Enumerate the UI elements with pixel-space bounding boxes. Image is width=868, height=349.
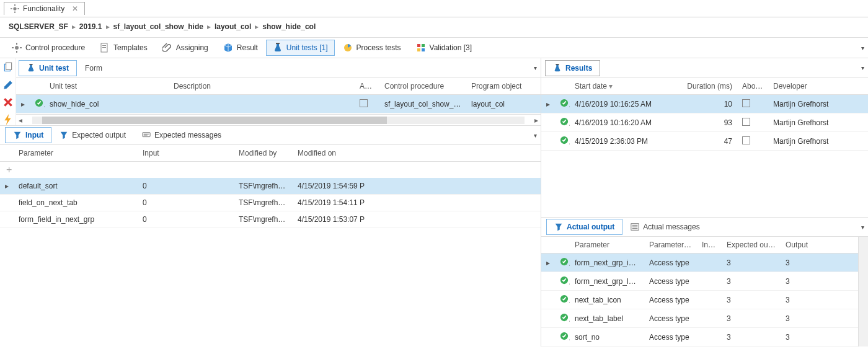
- table-row[interactable]: sort_no Access type 3 3: [541, 328, 858, 347]
- cell-input: [697, 334, 722, 341]
- col-header[interactable]: Start date ▾: [570, 78, 681, 94]
- breadcrumb-item[interactable]: 2019.1: [79, 22, 102, 31]
- col-header[interactable]: Parameter: [14, 145, 138, 161]
- table-row[interactable]: 4/15/2019 2:36:03 PM 47 Martijn Grefhors…: [541, 132, 868, 151]
- toolbar-assigning[interactable]: Assigning: [156, 40, 215, 56]
- output-grid: Parameter Parameter type Input Expected …: [541, 237, 858, 347]
- document-tab[interactable]: Functionality ✕: [4, 2, 85, 15]
- col-header[interactable]: Parameter: [570, 237, 644, 253]
- status-ok-icon: [560, 294, 569, 303]
- cell-developer: Martijn Grefhorst: [768, 96, 855, 112]
- vertical-scrollbar[interactable]: [858, 237, 868, 347]
- col-header[interactable]: Duration (ms): [681, 78, 737, 94]
- col-header[interactable]: Aborted: [737, 78, 768, 94]
- toolbar-templates[interactable]: Templates: [93, 40, 154, 56]
- table-row[interactable]: ▸ default_sort 0 TSF\mgrefhorst 4/15/201…: [0, 178, 541, 195]
- flask-icon: [273, 43, 283, 53]
- tab-results[interactable]: Results: [545, 60, 600, 76]
- breadcrumb-item[interactable]: show_hide_col: [262, 22, 316, 31]
- flask-icon: [27, 64, 35, 73]
- subtabs-overflow[interactable]: ▾: [534, 64, 537, 71]
- cell-input: [697, 315, 722, 322]
- col-header[interactable]: Modified on: [293, 145, 398, 161]
- toolbar-result[interactable]: Result: [216, 40, 265, 56]
- cell-input: [697, 259, 722, 267]
- col-header[interactable]: Description: [169, 78, 355, 94]
- functionality-icon: [11, 4, 19, 13]
- toolbar-unit-tests[interactable]: Unit tests [1]: [266, 40, 335, 56]
- toolbar-label: Unit tests [1]: [286, 43, 328, 52]
- run-button[interactable]: [2, 114, 14, 125]
- breadcrumb-item[interactable]: sf_layout_col_show_hide: [113, 22, 203, 31]
- table-row[interactable]: field_on_next_tab 0 TSF\mgrefhorst 4/15/…: [0, 195, 541, 211]
- col-header[interactable]: Control procedure: [379, 78, 466, 94]
- table-row[interactable]: ▸ form_next_grp_icon Access type 3 3: [541, 254, 858, 272]
- unit-test-subtabs: Unit test Form ▾: [16, 58, 541, 78]
- table-row[interactable]: 4/16/2019 10:16:20 AM 93 Martijn Grefhor…: [541, 113, 868, 132]
- cell-modified-by: TSF\mgrefhorst: [234, 195, 293, 211]
- breadcrumb-item[interactable]: layout_col: [215, 22, 251, 31]
- toolbar-control-procedure[interactable]: Control procedure: [5, 40, 92, 56]
- col-header[interactable]: Output: [781, 237, 818, 253]
- checkbox-aborted[interactable]: [742, 99, 750, 107]
- toolbar-label: Control procedure: [25, 43, 85, 52]
- cell-developer: Martijn Grefhorst: [768, 115, 855, 131]
- col-header[interactable]: Expected output: [722, 237, 781, 253]
- results-grid: Start date ▾ Duration (ms) Aborted Devel…: [541, 78, 868, 151]
- col-header[interactable]: Abort: [355, 78, 379, 94]
- delete-button[interactable]: [2, 97, 14, 108]
- tab-unit-test[interactable]: Unit test: [19, 60, 77, 76]
- col-header[interactable]: Input: [138, 145, 234, 161]
- cell-modified-on: 4/15/2019 1:54:11 P: [293, 195, 398, 211]
- table-row[interactable]: next_tab_label Access type 3 3: [541, 309, 858, 328]
- tabs-overflow[interactable]: ▾: [534, 132, 537, 139]
- breadcrumb-item[interactable]: SQLSERVER_SF: [9, 22, 68, 31]
- validation-icon: [416, 43, 426, 53]
- cell-parameter: form_next_grp_label: [570, 273, 644, 289]
- tab-actual-output[interactable]: Actual output: [546, 219, 622, 235]
- tab-form[interactable]: Form: [77, 60, 110, 76]
- copy-button[interactable]: [2, 62, 14, 73]
- table-row[interactable]: form_field_in_next_grp 0 TSF\mgrefhorst …: [0, 211, 541, 228]
- close-icon[interactable]: ✕: [72, 4, 78, 13]
- pie-icon: [343, 43, 353, 53]
- document-tab-bar: Functionality ✕: [0, 0, 868, 17]
- checkbox-abort[interactable]: [360, 99, 368, 107]
- table-row[interactable]: next_tab_icon Access type 3 3: [541, 291, 858, 309]
- expected-output-icon: [60, 131, 68, 139]
- templates-icon: [100, 43, 110, 53]
- toolbar-overflow[interactable]: ▾: [861, 45, 864, 51]
- toolbar-label: Templates: [113, 43, 148, 52]
- breadcrumb: SQLSERVER_SF▸ 2019.1▸ sf_layout_col_show…: [0, 17, 868, 37]
- cell-input: 0: [138, 178, 234, 194]
- expected-messages-icon: [142, 131, 151, 139]
- toolbar-validation[interactable]: Validation [3]: [409, 40, 479, 56]
- col-header[interactable]: Modified by: [234, 145, 293, 161]
- flask-icon: [553, 64, 562, 73]
- cell-modified-on: 4/15/2019 1:53:07 P: [293, 211, 398, 228]
- col-header[interactable]: Parameter type: [644, 237, 697, 253]
- tabs-overflow[interactable]: ▾: [861, 224, 864, 231]
- checkbox-aborted[interactable]: [742, 136, 750, 144]
- toolbar-process-tests[interactable]: Process tests: [336, 40, 408, 56]
- left-action-bar: [0, 58, 16, 125]
- tab-expected-messages[interactable]: Expected messages: [134, 127, 229, 143]
- table-row[interactable]: form_next_grp_label Access type 3 3: [541, 272, 858, 291]
- col-header[interactable]: Program object: [466, 78, 541, 94]
- checkbox-aborted[interactable]: [742, 118, 750, 126]
- add-row-button[interactable]: +: [0, 162, 541, 178]
- edit-button[interactable]: [2, 79, 14, 91]
- tab-expected-output[interactable]: Expected output: [51, 127, 134, 143]
- toolbar-label: Validation [3]: [430, 43, 472, 52]
- table-row[interactable]: ▸ show_hide_col sf_layout_col_show_hide …: [16, 95, 541, 113]
- status-ok-icon: [560, 276, 569, 285]
- col-header[interactable]: Developer: [768, 78, 855, 94]
- col-header[interactable]: Input: [697, 237, 722, 253]
- cell-parameter: sort_no: [570, 329, 644, 345]
- tabs-overflow[interactable]: ▾: [861, 64, 864, 71]
- table-row[interactable]: ▸ 4/16/2019 10:16:25 AM 10 Martijn Grefh…: [541, 95, 868, 113]
- horizontal-scrollbar[interactable]: ◂ ▸: [16, 114, 541, 125]
- tab-input[interactable]: Input: [5, 127, 51, 143]
- tab-actual-messages[interactable]: Actual messages: [622, 219, 707, 235]
- col-header[interactable]: Unit test: [45, 78, 169, 94]
